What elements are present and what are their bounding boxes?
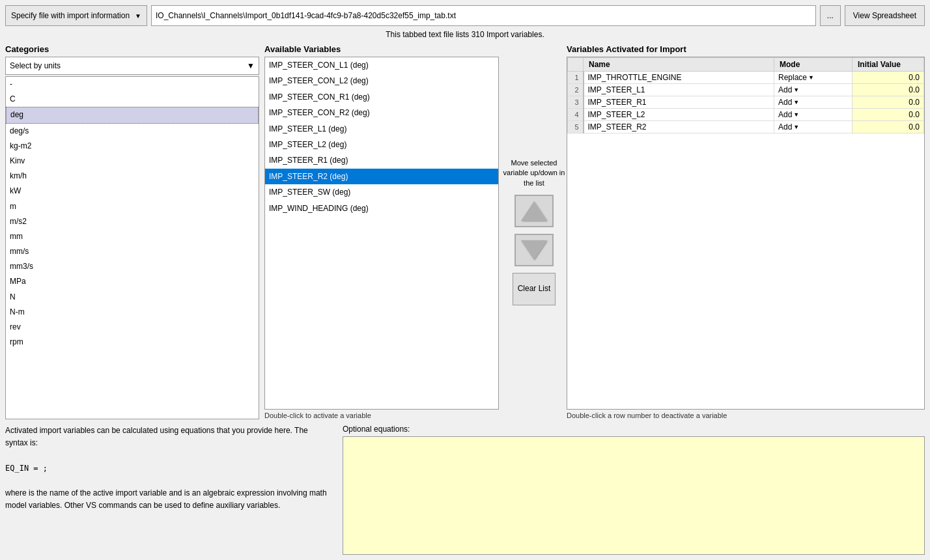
col-header-name: Name xyxy=(584,58,774,72)
variable-name: IMP_STEER_L2 xyxy=(584,109,774,121)
category-item[interactable]: MPa xyxy=(6,274,259,289)
table-row: 2IMP_STEER_L1Add ▼0.0 xyxy=(568,84,924,96)
middle-section: Categories Select by units ▼ -Cdegdeg/sk… xyxy=(5,44,925,419)
row-number[interactable]: 2 xyxy=(568,84,584,96)
category-item[interactable]: mm xyxy=(6,229,259,244)
dropdown-label: Specify file with import information xyxy=(11,11,130,20)
move-controls: Move selected variable up/down in the li… xyxy=(501,44,567,419)
variable-name: IMP_THROTTLE_ENGINE xyxy=(584,72,774,84)
initial-value: 0.0 xyxy=(852,84,924,96)
initial-value: 0.0 xyxy=(852,121,924,133)
available-variable-item[interactable]: IMP_STEER_CON_R1 (deg) xyxy=(265,89,498,105)
row-number[interactable]: 3 xyxy=(568,96,584,109)
equations-panel: Optional equations: xyxy=(343,425,925,555)
move-down-button[interactable] xyxy=(514,234,554,266)
view-spreadsheet-button[interactable]: View Spreadsheet xyxy=(845,5,925,26)
category-item[interactable]: N-m xyxy=(6,305,259,320)
category-item[interactable]: rpm xyxy=(6,335,259,350)
dropdown-arrow-icon: ▼ xyxy=(135,12,141,20)
category-item[interactable]: kW xyxy=(6,184,259,199)
categories-label: Categories xyxy=(5,44,259,54)
table-row: 4IMP_STEER_L2Add ▼0.0 xyxy=(568,109,924,121)
category-item[interactable]: rev xyxy=(6,320,259,335)
variable-name: IMP_STEER_L1 xyxy=(584,84,774,96)
available-variable-item[interactable]: IMP_STEER_R2 (deg) xyxy=(265,169,498,184)
col-header-mode: Mode xyxy=(774,58,852,72)
col-header-num xyxy=(568,58,584,72)
available-variables-hint: Double-click to activate a variable xyxy=(264,412,499,419)
file-type-dropdown[interactable]: Specify file with import information ▼ xyxy=(5,5,147,26)
table-row: 1IMP_THROTTLE_ENGINEReplace ▼0.0 xyxy=(568,72,924,84)
categories-list: -Cdegdeg/skg-m2Kinvkm/hkWmm/s2mmmm/smm3/… xyxy=(5,76,259,419)
category-item[interactable]: N xyxy=(6,290,259,305)
row-number[interactable]: 1 xyxy=(568,72,584,84)
browse-button[interactable]: ... xyxy=(820,5,841,26)
available-variable-item[interactable]: IMP_STEER_CON_L2 (deg) xyxy=(265,73,498,89)
arrow-up-icon xyxy=(521,201,547,221)
activated-variables-label: Variables Activated for Import xyxy=(567,44,925,54)
table-row: 5IMP_STEER_R2Add ▼0.0 xyxy=(568,121,924,133)
category-item[interactable]: Kinv xyxy=(6,154,259,169)
variable-mode[interactable]: Add ▼ xyxy=(774,96,852,109)
equations-label: Optional equations: xyxy=(343,425,925,434)
available-variable-item[interactable]: IMP_STEER_SW (deg) xyxy=(265,184,498,200)
file-path-input[interactable] xyxy=(151,5,816,26)
initial-value: 0.0 xyxy=(852,96,924,109)
category-item[interactable]: deg/s xyxy=(6,124,259,139)
initial-value: 0.0 xyxy=(852,109,924,121)
col-header-initial-value: Initial Value xyxy=(852,58,924,72)
variable-mode[interactable]: Add ▼ xyxy=(774,121,852,133)
activated-variables-hint: Double-click a row number to deactivate … xyxy=(567,412,925,419)
category-item[interactable]: mm/s xyxy=(6,244,259,259)
available-variable-item[interactable]: IMP_STEER_L2 (deg) xyxy=(265,137,498,152)
activated-variables-panel: Variables Activated for Import Name Mode… xyxy=(567,44,925,419)
variable-mode[interactable]: Add ▼ xyxy=(774,109,852,121)
select-by-units-label: Select by units xyxy=(10,61,61,70)
category-item[interactable]: m xyxy=(6,199,259,214)
top-bar: Specify file with import information ▼ .… xyxy=(5,5,925,26)
initial-value: 0.0 xyxy=(852,72,924,84)
bottom-section: Activated import variables can be calcul… xyxy=(5,425,925,555)
available-variable-item[interactable]: IMP_STEER_CON_L1 (deg) xyxy=(265,57,498,73)
category-item[interactable]: kg-m2 xyxy=(6,139,259,154)
equations-textarea[interactable] xyxy=(343,436,925,555)
category-item[interactable]: deg xyxy=(6,107,259,123)
row-number[interactable]: 4 xyxy=(568,109,584,121)
info-text: This tabbed text file lists 310 Import v… xyxy=(5,30,925,39)
available-variables-label: Available Variables xyxy=(264,44,499,54)
activated-variables-table: Name Mode Initial Value 1IMP_THROTTLE_EN… xyxy=(567,57,924,133)
variable-name: IMP_STEER_R1 xyxy=(584,96,774,109)
category-item[interactable]: - xyxy=(6,77,259,92)
available-variable-item[interactable]: IMP_STEER_L1 (deg) xyxy=(265,121,498,137)
category-item[interactable]: km/h xyxy=(6,169,259,184)
main-container: Specify file with import information ▼ .… xyxy=(0,0,930,560)
clear-list-button[interactable]: Clear List xyxy=(513,273,556,305)
activated-variables-table-wrapper: Name Mode Initial Value 1IMP_THROTTLE_EN… xyxy=(567,57,925,410)
available-variables-panel: Available Variables IMP_STEER_CON_L1 (de… xyxy=(264,44,499,419)
categories-panel: Categories Select by units ▼ -Cdegdeg/sk… xyxy=(5,44,259,419)
available-variable-item[interactable]: IMP_STEER_R1 (deg) xyxy=(265,152,498,168)
row-number[interactable]: 5 xyxy=(568,121,584,133)
category-item[interactable]: mm3/s xyxy=(6,259,259,274)
arrow-down-icon xyxy=(521,240,547,260)
available-variable-item[interactable]: IMP_STEER_CON_R2 (deg) xyxy=(265,105,498,120)
available-variables-list: IMP_STEER_CON_L1 (deg)IMP_STEER_CON_L2 (… xyxy=(264,57,499,410)
move-label: Move selected variable up/down in the li… xyxy=(501,158,567,188)
table-row: 3IMP_STEER_R1Add ▼0.0 xyxy=(568,96,924,109)
move-up-button[interactable] xyxy=(514,195,554,227)
select-by-units-dropdown[interactable]: Select by units ▼ xyxy=(5,57,259,75)
category-item[interactable]: m/s2 xyxy=(6,214,259,229)
category-item[interactable]: C xyxy=(6,92,259,107)
variable-mode[interactable]: Replace ▼ xyxy=(774,72,852,84)
select-by-units-arrow: ▼ xyxy=(247,61,255,70)
equations-description: Activated import variables can be calcul… xyxy=(5,425,337,555)
variable-mode[interactable]: Add ▼ xyxy=(774,84,852,96)
variable-name: IMP_STEER_R2 xyxy=(584,121,774,133)
available-variable-item[interactable]: IMP_WIND_HEADING (deg) xyxy=(265,201,498,216)
